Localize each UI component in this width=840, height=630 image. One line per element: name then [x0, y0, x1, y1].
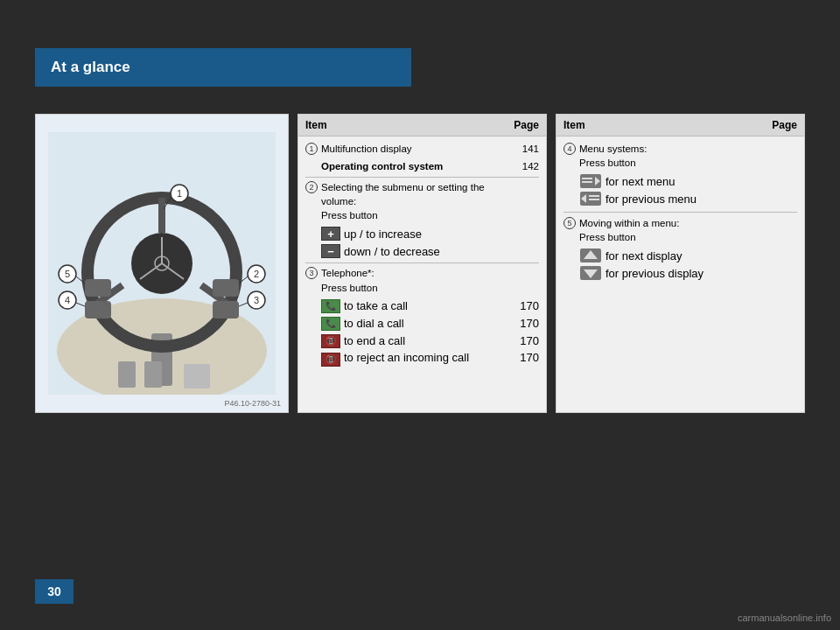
content-area: 1 5 4 2 3	[35, 114, 805, 413]
end-call-page: 170	[513, 334, 539, 347]
list-item: for previous display	[579, 265, 797, 281]
phone-reject-icon: 📵	[321, 353, 340, 367]
take-call-label: to take a call	[344, 299, 513, 312]
divider	[305, 262, 539, 263]
phone-end-icon: 📵	[321, 334, 340, 348]
right-table-body: 4 Menu systems:Press button	[556, 136, 804, 289]
plus-icon: +	[321, 227, 340, 241]
svg-rect-36	[582, 181, 592, 183]
row-number: 1	[305, 142, 321, 155]
right-col-page-header: Page	[762, 119, 797, 131]
watermark: carmanualsonline.info	[738, 612, 831, 623]
next-display-label: for next display	[606, 249, 682, 262]
phone-icons: 📞 to take a call 170 📞 to dial a call 17…	[305, 298, 539, 368]
table-row: 3 Telephone*:Press button	[305, 266, 539, 294]
row-page: 141	[513, 142, 539, 156]
row-content: Multifunction display	[321, 142, 513, 156]
svg-text:5: 5	[65, 269, 70, 279]
end-call-label: to end a call	[344, 334, 513, 347]
prev-display-label: for previous display	[606, 267, 704, 280]
display-prev-icon	[579, 265, 602, 281]
display-next-icon	[579, 248, 602, 263]
row-content: Selecting the submenu or setting the vol…	[321, 180, 513, 222]
menu-next-icon	[579, 173, 602, 189]
right-table-header: Item Page	[556, 115, 804, 136]
svg-text:1: 1	[177, 188, 182, 199]
menu-prev-icon	[579, 191, 602, 206]
display-icons: for next display for previous display	[564, 248, 797, 281]
list-item: 📵 to end a call 170	[321, 333, 539, 349]
svg-rect-31	[118, 361, 136, 388]
steering-wheel-svg: 1 5 4 2 3	[48, 132, 276, 395]
list-item: 📞 to dial a call 170	[321, 316, 539, 332]
list-item: + up / to increase	[321, 226, 539, 242]
row-content-bold: Operating control system	[321, 159, 513, 173]
reject-call-page: 170	[513, 351, 539, 364]
row-number: 5	[564, 216, 579, 229]
left-table: Item Page 1 Multifunction display 141 Op…	[298, 114, 547, 413]
row-number: 2	[305, 180, 321, 193]
dial-call-label: to dial a call	[344, 317, 513, 330]
phone-dial-icon: 📞	[321, 317, 340, 331]
svg-rect-35	[582, 178, 592, 179]
list-item: for next display	[579, 248, 797, 263]
minus-icon: −	[321, 244, 340, 258]
list-item: for previous menu	[579, 191, 797, 206]
svg-rect-13	[85, 301, 111, 318]
image-caption: P46.10-2780-31	[224, 399, 281, 408]
row-number: 4	[564, 142, 579, 155]
svg-text:2: 2	[254, 269, 259, 279]
next-menu-label: for next menu	[606, 175, 676, 188]
divider	[305, 177, 539, 178]
svg-rect-39	[589, 195, 599, 197]
phone-answer-icon: 📞	[321, 299, 340, 313]
list-item: − down / to decrease	[321, 243, 539, 259]
row-content: Telephone*:Press button	[321, 266, 513, 294]
svg-rect-14	[213, 279, 239, 297]
left-col-page-header: Page	[504, 119, 539, 131]
prev-menu-label: for previous menu	[606, 192, 696, 206]
table-row: 1 Multifunction display 141	[305, 142, 539, 156]
up-label: up / to increase	[344, 228, 422, 241]
svg-text:3: 3	[254, 295, 259, 305]
table-row: 5 Moving within a menu:Press button	[564, 216, 797, 244]
svg-rect-32	[144, 361, 162, 388]
page-number: 30	[35, 579, 74, 604]
list-item: for next menu	[579, 173, 797, 189]
svg-rect-33	[184, 364, 210, 388]
tables-area: Item Page 1 Multifunction display 141 Op…	[298, 114, 805, 413]
right-col-item-header: Item	[564, 119, 762, 131]
steering-wheel-image: 1 5 4 2 3	[36, 115, 288, 412]
right-table: Item Page 4 Menu systems:Press button	[556, 114, 805, 413]
list-item: 📞 to take a call 170	[321, 298, 539, 314]
svg-rect-12	[85, 279, 111, 297]
menu-icons: for next menu for previous menu	[564, 173, 797, 206]
header-bar: At a glance	[35, 48, 411, 87]
take-call-page: 170	[513, 299, 539, 312]
row-content: Moving within a menu:Press button	[579, 216, 771, 244]
list-item: 📵 to reject an incoming call 170	[321, 351, 539, 368]
left-table-header: Item Page	[298, 115, 546, 136]
row-page: 142	[513, 159, 539, 173]
table-row: 4 Menu systems:Press button	[564, 142, 797, 170]
left-table-body: 1 Multifunction display 141 Operating co…	[298, 136, 546, 375]
reject-call-label: to reject an incoming call	[344, 351, 513, 364]
steering-wheel-panel: 1 5 4 2 3	[35, 114, 289, 413]
table-row: Operating control system 142	[305, 159, 539, 173]
svg-rect-40	[589, 199, 599, 200]
table-row: 2 Selecting the submenu or setting the v…	[305, 180, 539, 222]
svg-text:4: 4	[65, 295, 70, 305]
row-number: 3	[305, 266, 321, 279]
dial-call-page: 170	[513, 317, 539, 330]
left-col-item-header: Item	[305, 119, 504, 131]
page-title: At a glance	[51, 59, 130, 76]
volume-icons: + up / to increase − down / to decrease	[305, 226, 539, 259]
divider	[564, 212, 797, 213]
row-content: Menu systems:Press button	[579, 142, 771, 170]
down-label: down / to decrease	[344, 245, 440, 258]
svg-rect-15	[213, 301, 239, 318]
